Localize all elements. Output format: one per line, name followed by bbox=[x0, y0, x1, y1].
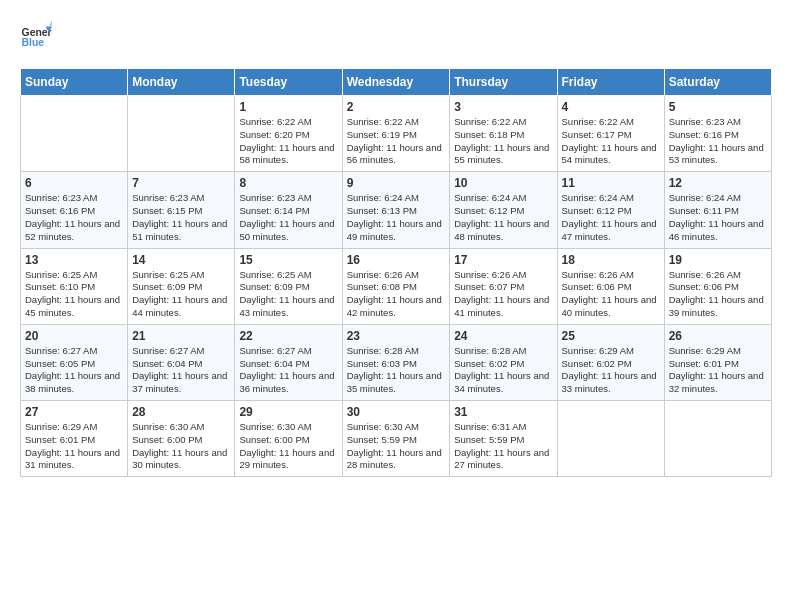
day-detail: Sunrise: 6:29 AMSunset: 6:01 PMDaylight:… bbox=[25, 421, 123, 472]
day-detail: Sunrise: 6:31 AMSunset: 5:59 PMDaylight:… bbox=[454, 421, 552, 472]
day-number: 23 bbox=[347, 329, 446, 343]
day-detail: Sunrise: 6:22 AMSunset: 6:18 PMDaylight:… bbox=[454, 116, 552, 167]
day-detail: Sunrise: 6:28 AMSunset: 6:03 PMDaylight:… bbox=[347, 345, 446, 396]
day-detail: Sunrise: 6:29 AMSunset: 6:01 PMDaylight:… bbox=[669, 345, 767, 396]
day-number: 17 bbox=[454, 253, 552, 267]
day-detail: Sunrise: 6:23 AMSunset: 6:16 PMDaylight:… bbox=[669, 116, 767, 167]
day-number: 18 bbox=[562, 253, 660, 267]
day-detail: Sunrise: 6:22 AMSunset: 6:19 PMDaylight:… bbox=[347, 116, 446, 167]
calendar-cell: 4Sunrise: 6:22 AMSunset: 6:17 PMDaylight… bbox=[557, 96, 664, 172]
calendar-cell: 24Sunrise: 6:28 AMSunset: 6:02 PMDayligh… bbox=[450, 324, 557, 400]
day-detail: Sunrise: 6:30 AMSunset: 6:00 PMDaylight:… bbox=[239, 421, 337, 472]
calendar-cell bbox=[128, 96, 235, 172]
day-detail: Sunrise: 6:25 AMSunset: 6:09 PMDaylight:… bbox=[239, 269, 337, 320]
day-detail: Sunrise: 6:24 AMSunset: 6:12 PMDaylight:… bbox=[562, 192, 660, 243]
day-number: 2 bbox=[347, 100, 446, 114]
calendar-cell: 17Sunrise: 6:26 AMSunset: 6:07 PMDayligh… bbox=[450, 248, 557, 324]
day-number: 28 bbox=[132, 405, 230, 419]
calendar-cell bbox=[557, 401, 664, 477]
day-detail: Sunrise: 6:25 AMSunset: 6:10 PMDaylight:… bbox=[25, 269, 123, 320]
day-detail: Sunrise: 6:24 AMSunset: 6:11 PMDaylight:… bbox=[669, 192, 767, 243]
calendar-cell: 6Sunrise: 6:23 AMSunset: 6:16 PMDaylight… bbox=[21, 172, 128, 248]
calendar-cell: 10Sunrise: 6:24 AMSunset: 6:12 PMDayligh… bbox=[450, 172, 557, 248]
day-detail: Sunrise: 6:25 AMSunset: 6:09 PMDaylight:… bbox=[132, 269, 230, 320]
calendar-cell: 21Sunrise: 6:27 AMSunset: 6:04 PMDayligh… bbox=[128, 324, 235, 400]
day-detail: Sunrise: 6:30 AMSunset: 6:00 PMDaylight:… bbox=[132, 421, 230, 472]
day-number: 30 bbox=[347, 405, 446, 419]
calendar-cell: 29Sunrise: 6:30 AMSunset: 6:00 PMDayligh… bbox=[235, 401, 342, 477]
calendar-week-row: 6Sunrise: 6:23 AMSunset: 6:16 PMDaylight… bbox=[21, 172, 772, 248]
day-detail: Sunrise: 6:26 AMSunset: 6:07 PMDaylight:… bbox=[454, 269, 552, 320]
day-detail: Sunrise: 6:22 AMSunset: 6:17 PMDaylight:… bbox=[562, 116, 660, 167]
day-number: 25 bbox=[562, 329, 660, 343]
calendar-cell: 18Sunrise: 6:26 AMSunset: 6:06 PMDayligh… bbox=[557, 248, 664, 324]
day-number: 13 bbox=[25, 253, 123, 267]
day-detail: Sunrise: 6:23 AMSunset: 6:14 PMDaylight:… bbox=[239, 192, 337, 243]
day-number: 24 bbox=[454, 329, 552, 343]
day-number: 11 bbox=[562, 176, 660, 190]
page-header: General Blue bbox=[20, 20, 772, 52]
day-number: 3 bbox=[454, 100, 552, 114]
logo: General Blue bbox=[20, 20, 52, 52]
weekday-header: Tuesday bbox=[235, 69, 342, 96]
calendar-cell: 7Sunrise: 6:23 AMSunset: 6:15 PMDaylight… bbox=[128, 172, 235, 248]
calendar-cell: 27Sunrise: 6:29 AMSunset: 6:01 PMDayligh… bbox=[21, 401, 128, 477]
day-number: 8 bbox=[239, 176, 337, 190]
svg-marker-3 bbox=[49, 20, 52, 26]
day-detail: Sunrise: 6:26 AMSunset: 6:06 PMDaylight:… bbox=[562, 269, 660, 320]
day-number: 5 bbox=[669, 100, 767, 114]
logo-icon: General Blue bbox=[20, 20, 52, 52]
weekday-header: Wednesday bbox=[342, 69, 450, 96]
calendar-cell: 26Sunrise: 6:29 AMSunset: 6:01 PMDayligh… bbox=[664, 324, 771, 400]
calendar-cell: 20Sunrise: 6:27 AMSunset: 6:05 PMDayligh… bbox=[21, 324, 128, 400]
calendar-cell: 16Sunrise: 6:26 AMSunset: 6:08 PMDayligh… bbox=[342, 248, 450, 324]
calendar-cell: 31Sunrise: 6:31 AMSunset: 5:59 PMDayligh… bbox=[450, 401, 557, 477]
day-number: 31 bbox=[454, 405, 552, 419]
day-detail: Sunrise: 6:27 AMSunset: 6:04 PMDaylight:… bbox=[132, 345, 230, 396]
day-detail: Sunrise: 6:24 AMSunset: 6:13 PMDaylight:… bbox=[347, 192, 446, 243]
day-detail: Sunrise: 6:22 AMSunset: 6:20 PMDaylight:… bbox=[239, 116, 337, 167]
day-detail: Sunrise: 6:23 AMSunset: 6:16 PMDaylight:… bbox=[25, 192, 123, 243]
day-number: 4 bbox=[562, 100, 660, 114]
day-number: 21 bbox=[132, 329, 230, 343]
calendar-week-row: 13Sunrise: 6:25 AMSunset: 6:10 PMDayligh… bbox=[21, 248, 772, 324]
day-detail: Sunrise: 6:27 AMSunset: 6:05 PMDaylight:… bbox=[25, 345, 123, 396]
day-number: 10 bbox=[454, 176, 552, 190]
day-detail: Sunrise: 6:29 AMSunset: 6:02 PMDaylight:… bbox=[562, 345, 660, 396]
calendar-cell: 19Sunrise: 6:26 AMSunset: 6:06 PMDayligh… bbox=[664, 248, 771, 324]
calendar-cell: 15Sunrise: 6:25 AMSunset: 6:09 PMDayligh… bbox=[235, 248, 342, 324]
day-number: 29 bbox=[239, 405, 337, 419]
day-number: 12 bbox=[669, 176, 767, 190]
calendar-week-row: 20Sunrise: 6:27 AMSunset: 6:05 PMDayligh… bbox=[21, 324, 772, 400]
day-number: 1 bbox=[239, 100, 337, 114]
calendar-cell: 12Sunrise: 6:24 AMSunset: 6:11 PMDayligh… bbox=[664, 172, 771, 248]
calendar-cell: 8Sunrise: 6:23 AMSunset: 6:14 PMDaylight… bbox=[235, 172, 342, 248]
day-number: 26 bbox=[669, 329, 767, 343]
day-number: 15 bbox=[239, 253, 337, 267]
calendar-cell: 13Sunrise: 6:25 AMSunset: 6:10 PMDayligh… bbox=[21, 248, 128, 324]
calendar-week-row: 1Sunrise: 6:22 AMSunset: 6:20 PMDaylight… bbox=[21, 96, 772, 172]
calendar-cell: 14Sunrise: 6:25 AMSunset: 6:09 PMDayligh… bbox=[128, 248, 235, 324]
calendar-cell: 30Sunrise: 6:30 AMSunset: 5:59 PMDayligh… bbox=[342, 401, 450, 477]
day-detail: Sunrise: 6:24 AMSunset: 6:12 PMDaylight:… bbox=[454, 192, 552, 243]
calendar-cell: 1Sunrise: 6:22 AMSunset: 6:20 PMDaylight… bbox=[235, 96, 342, 172]
calendar-cell: 22Sunrise: 6:27 AMSunset: 6:04 PMDayligh… bbox=[235, 324, 342, 400]
calendar-cell: 23Sunrise: 6:28 AMSunset: 6:03 PMDayligh… bbox=[342, 324, 450, 400]
day-number: 19 bbox=[669, 253, 767, 267]
day-number: 7 bbox=[132, 176, 230, 190]
day-number: 9 bbox=[347, 176, 446, 190]
day-detail: Sunrise: 6:30 AMSunset: 5:59 PMDaylight:… bbox=[347, 421, 446, 472]
day-number: 20 bbox=[25, 329, 123, 343]
day-number: 6 bbox=[25, 176, 123, 190]
day-number: 14 bbox=[132, 253, 230, 267]
day-detail: Sunrise: 6:23 AMSunset: 6:15 PMDaylight:… bbox=[132, 192, 230, 243]
calendar-cell bbox=[21, 96, 128, 172]
day-detail: Sunrise: 6:26 AMSunset: 6:08 PMDaylight:… bbox=[347, 269, 446, 320]
calendar-cell: 5Sunrise: 6:23 AMSunset: 6:16 PMDaylight… bbox=[664, 96, 771, 172]
weekday-header-row: SundayMondayTuesdayWednesdayThursdayFrid… bbox=[21, 69, 772, 96]
day-detail: Sunrise: 6:28 AMSunset: 6:02 PMDaylight:… bbox=[454, 345, 552, 396]
day-number: 22 bbox=[239, 329, 337, 343]
svg-text:Blue: Blue bbox=[22, 37, 45, 48]
day-detail: Sunrise: 6:27 AMSunset: 6:04 PMDaylight:… bbox=[239, 345, 337, 396]
weekday-header: Saturday bbox=[664, 69, 771, 96]
